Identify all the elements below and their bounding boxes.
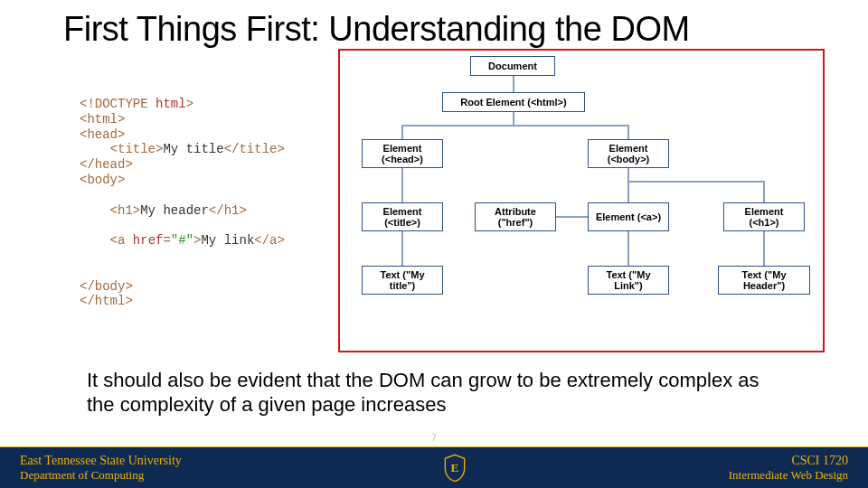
code-token: <!DOCTYPE — [80, 97, 156, 111]
slide-title: First Things First: Understanding the DO… — [63, 11, 690, 48]
connector — [627, 168, 629, 181]
node-document: Document — [470, 56, 555, 76]
code-token: </title> — [224, 142, 285, 156]
connector — [513, 76, 514, 92]
code-token: <title> — [110, 142, 164, 156]
code-token: "#" — [171, 233, 193, 248]
footer-bar: East Tennessee State University Departme… — [0, 446, 868, 488]
code-token: <body> — [80, 173, 125, 187]
slide-body-text: It should also be evident that the DOM c… — [87, 369, 792, 418]
footer-course-name: Intermediate Web Design — [729, 468, 848, 483]
connector — [627, 181, 629, 202]
footer-right: CSCI 1720 Intermediate Web Design — [729, 453, 848, 483]
slide: First Things First: Understanding the DO… — [0, 0, 868, 488]
etsu-shield-icon: E — [442, 454, 467, 483]
code-token: </head> — [80, 157, 133, 172]
connector — [401, 127, 403, 139]
node-title: Element (<title>) — [362, 202, 443, 231]
html-source-code: <!DOCTYPE html> <html> <head> <title>My … — [80, 97, 285, 309]
node-root-html: Root Element (<html>) — [442, 92, 585, 112]
connector — [401, 168, 403, 202]
connector — [401, 231, 403, 266]
node-a: Element (<a>) — [588, 202, 669, 231]
node-head: Element (<head>) — [362, 139, 443, 168]
footer-course-code: CSCI 1720 — [791, 454, 848, 467]
code-token: </html> — [80, 294, 133, 308]
code-token: html — [156, 97, 186, 111]
code-token: </body> — [80, 279, 133, 294]
connector — [556, 216, 588, 218]
dom-tree-diagram: Document Root Element (<html>) Element (… — [353, 56, 821, 345]
node-h1: Element (<h1>) — [723, 202, 805, 231]
node-attr-href: Attribute ("href") — [475, 202, 556, 231]
footer-department: Department of Computing — [20, 468, 182, 483]
code-token: My header — [140, 203, 209, 218]
code-token: </a> — [254, 233, 285, 248]
node-text-link: Text ("My Link") — [588, 266, 669, 295]
connector — [763, 231, 765, 266]
footer-university: East Tennessee State University — [20, 454, 182, 467]
footer-left: East Tennessee State University Departme… — [20, 453, 182, 483]
shield-letter: E — [451, 461, 459, 474]
code-token: <html> — [80, 112, 125, 127]
code-token: </h1> — [209, 203, 247, 218]
code-token: = — [163, 233, 170, 248]
code-token: href — [133, 233, 164, 248]
page-number: 7 — [431, 432, 437, 443]
code-token: My link — [201, 233, 254, 248]
node-body: Element (<body>) — [588, 139, 669, 168]
node-text-title: Text ("My title") — [362, 266, 443, 295]
connector — [627, 181, 765, 183]
code-token: <a — [110, 233, 133, 248]
node-text-header: Text ("My Header") — [718, 266, 810, 295]
connector — [627, 127, 629, 139]
code-token: > — [186, 97, 193, 111]
connector — [401, 125, 629, 127]
connector — [627, 231, 629, 266]
connector — [513, 112, 514, 125]
code-token: <h1> — [110, 203, 141, 218]
code-token: My title — [163, 142, 223, 156]
code-token: <head> — [80, 127, 125, 142]
connector — [763, 181, 765, 202]
